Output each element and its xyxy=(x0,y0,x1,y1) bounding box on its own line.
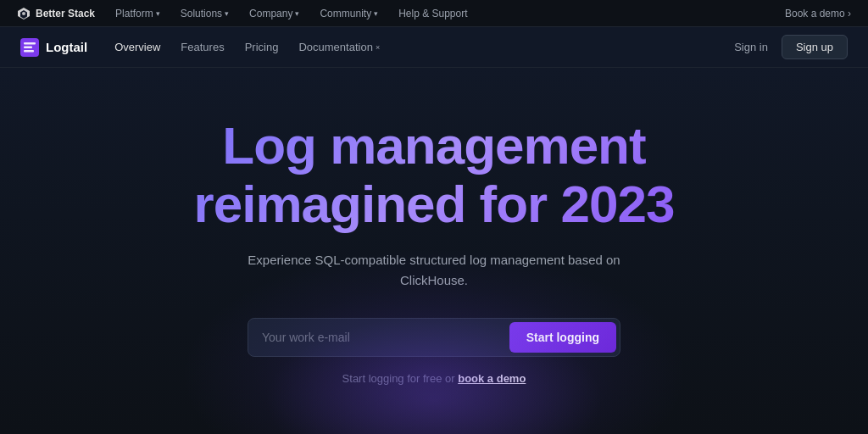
book-demo-link[interactable]: Book a demo › xyxy=(785,8,851,19)
email-input[interactable] xyxy=(262,324,503,351)
chevron-down-icon: ▾ xyxy=(374,9,378,18)
logtail-nav-right: Sign in Sign up xyxy=(734,35,848,59)
hero-subtitle: Experience SQL-compatible structured log… xyxy=(231,250,637,291)
svg-rect-4 xyxy=(24,46,32,48)
logtail-brand-label: Logtail xyxy=(46,40,87,54)
better-stack-brand-label: Better Stack xyxy=(36,8,95,19)
logtail-logo-icon xyxy=(20,38,39,57)
logtail-logo-svg xyxy=(22,40,37,55)
better-stack-logo-icon xyxy=(17,7,31,20)
better-stack-brand[interactable]: Better Stack xyxy=(17,7,95,20)
top-nav-community[interactable]: Community ▾ xyxy=(320,8,378,19)
logtail-navbar: Logtail Overview Features Pricing Docume… xyxy=(0,27,868,68)
svg-rect-3 xyxy=(24,42,36,45)
svg-point-2 xyxy=(22,12,25,15)
top-nav-solutions[interactable]: Solutions ▾ xyxy=(181,8,229,19)
sign-up-button[interactable]: Sign up xyxy=(782,35,848,59)
email-form: Start logging xyxy=(248,318,620,357)
better-stack-topbar: Better Stack Platform ▾ Solutions ▾ Comp… xyxy=(0,0,868,27)
top-nav-company[interactable]: Company ▾ xyxy=(249,8,299,19)
logtail-nav-links: Overview Features Pricing Documentation … xyxy=(114,37,380,57)
nav-link-pricing[interactable]: Pricing xyxy=(245,37,279,57)
logtail-brand[interactable]: Logtail xyxy=(20,38,87,57)
hero-title: Log management reimagined for 2023 xyxy=(194,117,675,232)
book-demo-hero-link[interactable]: book a demo xyxy=(458,372,526,385)
hero-footer-text: Start logging for free or book a demo xyxy=(342,372,526,385)
nav-link-overview[interactable]: Overview xyxy=(114,37,160,57)
chevron-down-icon: ▾ xyxy=(225,9,229,18)
chevron-down-icon: ▾ xyxy=(295,9,299,18)
sign-in-link[interactable]: Sign in xyxy=(734,41,768,53)
svg-rect-5 xyxy=(24,50,34,53)
chevron-down-icon: × xyxy=(376,43,380,52)
chevron-down-icon: ▾ xyxy=(156,9,160,18)
nav-link-documentation[interactable]: Documentation × xyxy=(298,37,380,57)
topbar-left: Better Stack Platform ▾ Solutions ▾ Comp… xyxy=(17,7,468,20)
nav-link-features[interactable]: Features xyxy=(181,37,224,57)
hero-section: Log management reimagined for 2023 Exper… xyxy=(0,68,868,434)
top-nav-platform[interactable]: Platform ▾ xyxy=(115,8,160,19)
top-nav-help[interactable]: Help & Support xyxy=(398,8,467,19)
start-logging-button[interactable]: Start logging xyxy=(509,322,616,353)
logtail-nav-left: Logtail Overview Features Pricing Docume… xyxy=(20,37,380,57)
